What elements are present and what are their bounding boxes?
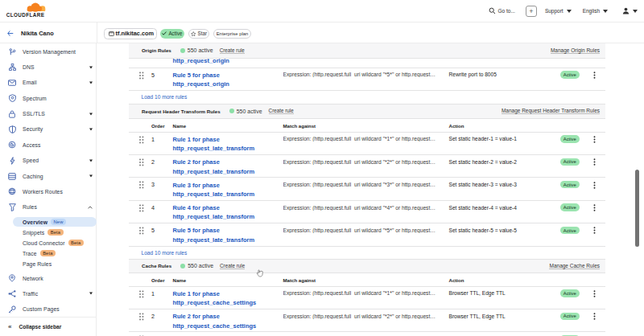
svg-text:CLOUDFLARE: CLOUDFLARE <box>6 12 45 18</box>
